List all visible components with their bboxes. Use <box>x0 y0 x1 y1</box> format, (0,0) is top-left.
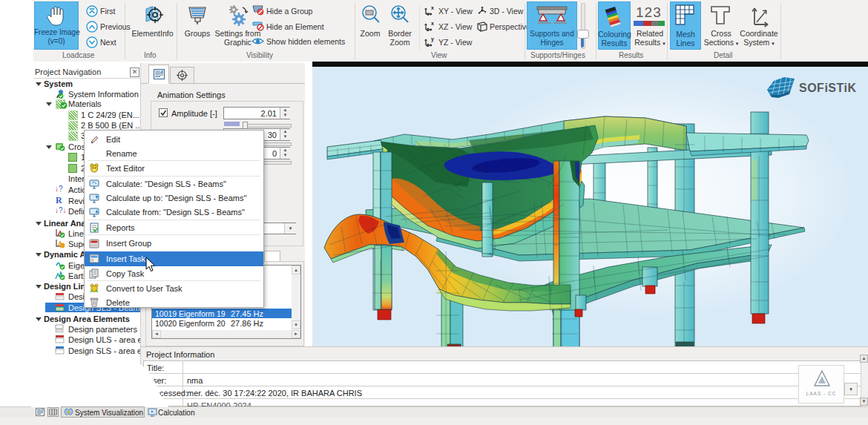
svg-text:x: x <box>431 5 434 10</box>
svg-text:z: z <box>427 42 430 47</box>
svg-text:y: y <box>431 36 434 42</box>
svg-text:SOFiSTiK: SOFiSTiK <box>799 82 857 94</box>
svg-text:x: x <box>431 21 434 26</box>
svg-text:z: z <box>427 27 430 32</box>
svg-text:y: y <box>427 11 430 16</box>
